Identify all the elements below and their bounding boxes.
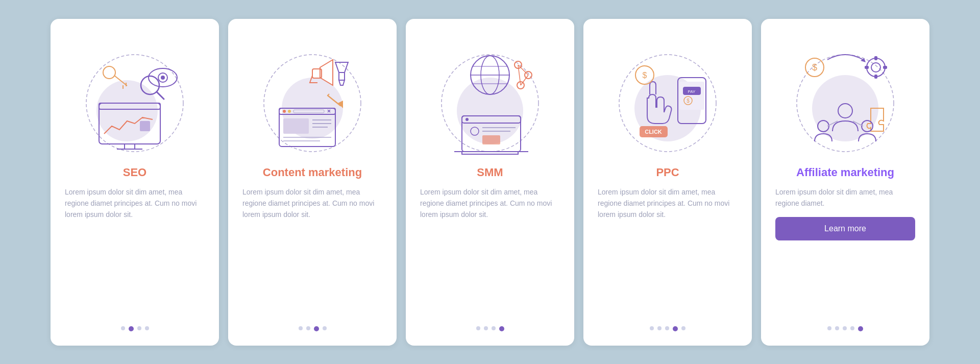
card-affiliate-marketing: $ Affiliate marketing Lorem [761, 19, 929, 346]
dot-5 [858, 326, 863, 331]
dot-1 [650, 326, 654, 330]
card-smm: SMM Lorem ipsum dolor sit dim amet, mea … [406, 19, 574, 346]
svg-point-11 [103, 66, 115, 79]
seo-dots [121, 315, 149, 331]
dot-3 [665, 326, 669, 330]
affiliate-marketing-dots [827, 315, 863, 331]
learn-more-button[interactable]: Learn more [775, 217, 915, 240]
affiliate-marketing-body: Lorem ipsum dolor sit dim amet, mea regi… [775, 186, 915, 209]
card-seo: SEO Lorem ipsum dolor sit dim amet, mea … [51, 19, 219, 346]
svg-text:$: $ [643, 71, 647, 80]
dot-2 [657, 326, 662, 330]
card-content-marketing: Content marketing Lorem ipsum dolor sit … [228, 19, 397, 346]
svg-line-16 [157, 92, 164, 99]
content-marketing-body: Lorem ipsum dolor sit dim amet, mea regi… [242, 186, 382, 221]
svg-rect-75 [874, 56, 877, 60]
ppc-dots [650, 315, 685, 331]
smm-dots [476, 315, 504, 331]
svg-point-53 [465, 118, 469, 121]
cards-container: SEO Lorem ipsum dolor sit dim amet, mea … [30, 4, 950, 361]
svg-point-22 [288, 110, 291, 113]
dot-3 [843, 326, 847, 330]
seo-title: SEO [123, 166, 146, 179]
svg-line-48 [518, 65, 528, 75]
dot-2 [306, 326, 310, 330]
svg-rect-77 [865, 66, 869, 69]
dot-2 [484, 326, 488, 330]
dot-1 [827, 326, 831, 330]
dot-5 [681, 326, 685, 330]
svg-point-21 [283, 110, 286, 113]
ppc-illustration: PAY $ $ CLICK [606, 34, 729, 157]
dot-4 [323, 326, 327, 330]
card-ppc: PAY $ $ CLICK PPC Lorem ipsum dolor sit … [583, 19, 752, 346]
svg-text:$: $ [687, 98, 690, 104]
smm-title: SMM [477, 166, 503, 179]
content-marketing-dots [299, 315, 327, 331]
smm-illustration [429, 34, 551, 157]
dot-4 [850, 326, 854, 330]
seo-body: Lorem ipsum dolor sit dim amet, mea regi… [65, 186, 205, 221]
svg-point-73 [867, 58, 885, 77]
svg-rect-57 [482, 135, 500, 144]
affiliate-marketing-illustration: $ [784, 34, 906, 157]
dot-2 [129, 326, 134, 331]
svg-point-10 [161, 76, 165, 80]
svg-text:CLICK: CLICK [645, 129, 662, 135]
smm-body: Lorem ipsum dolor sit dim amet, mea regi… [420, 186, 560, 221]
dot-3 [492, 326, 496, 330]
svg-text:PAY: PAY [688, 89, 696, 94]
svg-rect-76 [874, 75, 877, 79]
svg-point-39 [457, 78, 523, 144]
affiliate-marketing-title: Affiliate marketing [796, 166, 894, 179]
content-marketing-illustration [251, 34, 374, 157]
dot-4 [499, 326, 504, 331]
svg-line-49 [521, 75, 528, 85]
ppc-title: PPC [656, 166, 679, 179]
svg-rect-62 [679, 82, 704, 110]
ppc-body: Lorem ipsum dolor sit dim amet, mea regi… [598, 186, 738, 221]
svg-point-74 [871, 63, 880, 72]
svg-text:$: $ [812, 62, 817, 72]
dot-1 [299, 326, 303, 330]
dot-1 [476, 326, 480, 330]
dot-4 [673, 326, 678, 331]
dot-4 [145, 326, 149, 330]
dot-3 [314, 326, 319, 331]
dot-1 [121, 326, 125, 330]
svg-rect-26 [283, 118, 309, 134]
svg-rect-7 [140, 121, 150, 131]
svg-rect-78 [883, 66, 887, 69]
dot-2 [835, 326, 839, 330]
dot-3 [137, 326, 141, 330]
seo-illustration [74, 34, 196, 157]
content-marketing-title: Content marketing [263, 166, 362, 179]
